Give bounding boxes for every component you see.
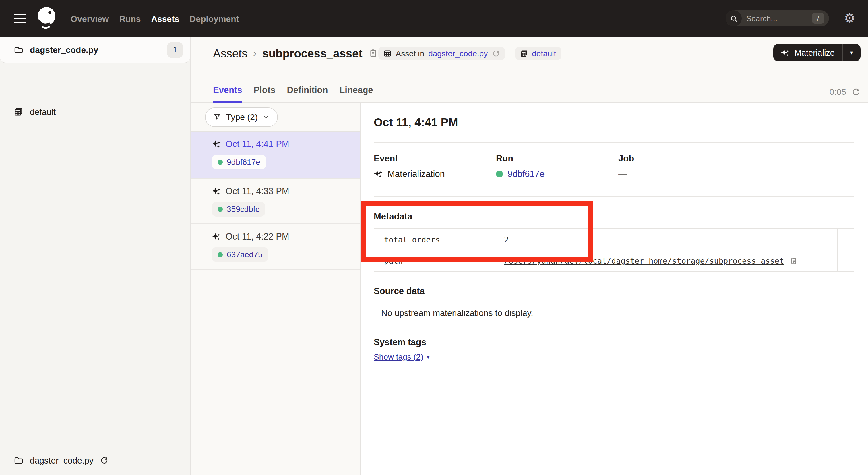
asset-count-badge: 1 bbox=[167, 42, 183, 58]
asset-definition-tag[interactable]: Asset in dagster_code.py bbox=[379, 47, 505, 60]
run-column: Run 9dbf617e bbox=[496, 153, 618, 179]
reload-icon[interactable] bbox=[851, 87, 861, 96]
top-nav: Overview Runs Assets Deployment Search..… bbox=[0, 0, 868, 37]
event-label: Event bbox=[374, 153, 496, 164]
show-tags-label: Show tags (2) bbox=[374, 352, 423, 361]
auto-refresh-timer: 0:05 bbox=[830, 87, 861, 96]
tab-plots[interactable]: Plots bbox=[254, 78, 276, 102]
run-id-link: 359cdbfc bbox=[227, 205, 259, 214]
tab-events[interactable]: Events bbox=[213, 78, 242, 102]
type-filter-label: Type (2) bbox=[226, 112, 258, 122]
copy-icon[interactable] bbox=[368, 48, 379, 59]
source-data-empty-text: No upstream materializations to display. bbox=[381, 307, 533, 317]
nav-item-runs[interactable]: Runs bbox=[119, 13, 141, 23]
system-tags-heading: System tags bbox=[374, 337, 426, 348]
filter-funnel-icon bbox=[213, 113, 222, 121]
materialize-label: Materialize bbox=[795, 48, 835, 57]
breadcrumb-separator: › bbox=[253, 48, 256, 59]
event-list-item[interactable]: Oct 11, 4:22 PM 637aed75 bbox=[191, 224, 360, 270]
asset-page-header: Assets › subprocess_asset Asset in dagst… bbox=[191, 37, 868, 103]
folder-icon bbox=[14, 455, 24, 465]
timer-value: 0:05 bbox=[830, 87, 846, 96]
primary-nav: Overview Runs Assets Deployment bbox=[71, 13, 239, 23]
breadcrumb: Assets › subprocess_asset Asset in dagst… bbox=[213, 37, 861, 70]
nav-item-assets[interactable]: Assets bbox=[151, 13, 179, 23]
run-id-link[interactable]: 9dbf617e bbox=[507, 169, 545, 179]
page-title: subprocess_asset bbox=[262, 47, 362, 60]
event-list-item[interactable]: Oct 11, 4:33 PM 359cdbfc bbox=[191, 179, 360, 224]
asset-sidebar: dagster_code.py 1 default dagster_code.p… bbox=[0, 37, 191, 475]
show-tags-toggle[interactable]: Show tags (2) ▾ bbox=[374, 352, 430, 361]
search-shortcut-badge: / bbox=[812, 13, 825, 24]
folder-icon bbox=[14, 45, 24, 55]
run-status-dot bbox=[218, 159, 223, 165]
event-detail-panel: Oct 11, 4:41 PM Event Materialization Ru… bbox=[361, 103, 868, 475]
sidebar-footer-code-location[interactable]: dagster_code.py bbox=[0, 445, 190, 475]
run-label: Run bbox=[496, 153, 618, 164]
event-filter-row: Type (2) bbox=[191, 103, 360, 131]
event-column: Event Materialization bbox=[374, 153, 496, 179]
materialization-sparkle-icon bbox=[781, 48, 790, 57]
dagster-logo[interactable] bbox=[34, 5, 59, 32]
nav-item-deployment[interactable]: Deployment bbox=[190, 13, 239, 23]
nav-item-overview[interactable]: Overview bbox=[71, 13, 109, 23]
tab-definition[interactable]: Definition bbox=[287, 78, 328, 102]
run-id-tag[interactable]: 637aed75 bbox=[212, 247, 268, 262]
event-list-item[interactable]: Oct 11, 4:41 PM 9dbf617e bbox=[191, 131, 360, 179]
table-icon bbox=[384, 50, 392, 57]
job-column: Job — bbox=[618, 153, 854, 179]
materialize-split-button: Materialize ▾ bbox=[773, 43, 861, 61]
source-data-heading: Source data bbox=[374, 286, 425, 296]
event-type-value: Materialization bbox=[388, 169, 445, 179]
dagster-app: Overview Runs Assets Deployment Search..… bbox=[0, 0, 868, 475]
metadata-extra-cell bbox=[838, 250, 854, 271]
job-label: Job bbox=[618, 153, 854, 164]
metadata-heading: Metadata bbox=[374, 211, 412, 222]
asset-group-tag[interactable]: default bbox=[515, 47, 561, 60]
asset-tag-prefix: Asset in bbox=[396, 49, 425, 58]
materialization-sparkle-icon bbox=[212, 140, 221, 149]
chevron-down-icon bbox=[262, 113, 270, 121]
metadata-key: total_orders bbox=[374, 229, 494, 250]
search-placeholder: Search... bbox=[746, 14, 777, 23]
materialize-dropdown-button[interactable]: ▾ bbox=[843, 43, 861, 61]
event-summary-columns: Event Materialization Run 9dbf617e Job — bbox=[374, 153, 854, 179]
search-input[interactable]: Search... / bbox=[725, 10, 829, 26]
footer-code-location-label: dagster_code.py bbox=[30, 455, 94, 465]
run-id-link: 9dbf617e bbox=[227, 157, 260, 167]
sidebar-code-location[interactable]: dagster_code.py 1 bbox=[0, 37, 190, 63]
metadata-value: 2 bbox=[494, 229, 838, 250]
type-filter-dropdown[interactable]: Type (2) bbox=[205, 107, 278, 127]
run-id-tag[interactable]: 359cdbfc bbox=[212, 202, 265, 216]
metadata-path-link[interactable]: /Users/yuhan/dev/local/dagster_home/stor… bbox=[504, 256, 784, 265]
tab-lineage[interactable]: Lineage bbox=[339, 78, 373, 102]
event-time: Oct 11, 4:41 PM bbox=[226, 139, 289, 149]
materialization-sparkle-icon bbox=[374, 170, 383, 179]
asset-group-label: default bbox=[30, 107, 56, 116]
run-status-dot bbox=[218, 206, 223, 212]
sidebar-item-default-group[interactable]: default bbox=[0, 101, 190, 122]
event-time: Oct 11, 4:33 PM bbox=[226, 186, 289, 197]
gear-icon[interactable]: ⚙ bbox=[844, 12, 856, 25]
materialize-button[interactable]: Materialize bbox=[773, 43, 842, 61]
code-location-label: dagster_code.py bbox=[30, 45, 98, 55]
event-detail-title: Oct 11, 4:41 PM bbox=[374, 116, 458, 129]
caret-down-icon: ▾ bbox=[427, 354, 430, 360]
group-link[interactable]: default bbox=[532, 49, 556, 58]
metadata-key: path bbox=[374, 250, 494, 271]
copy-icon[interactable] bbox=[789, 257, 798, 265]
run-status-dot bbox=[218, 252, 223, 257]
code-location-link[interactable]: dagster_code.py bbox=[428, 49, 488, 58]
run-id-tag[interactable]: 9dbf617e bbox=[212, 154, 266, 170]
breadcrumb-assets-link[interactable]: Assets bbox=[213, 47, 247, 60]
reload-icon[interactable] bbox=[492, 50, 500, 57]
run-status-dot bbox=[496, 171, 503, 177]
reload-icon[interactable] bbox=[100, 456, 108, 464]
asset-group-icon bbox=[14, 107, 24, 116]
table-row: total_orders 2 bbox=[374, 229, 854, 250]
asset-tabs: Events Plots Definition Lineage bbox=[213, 78, 373, 102]
table-row: path /Users/yuhan/dev/local/dagster_home… bbox=[374, 250, 854, 271]
hamburger-menu-icon[interactable] bbox=[14, 13, 26, 23]
materialization-sparkle-icon bbox=[212, 187, 221, 196]
source-data-empty-box: No upstream materializations to display. bbox=[374, 303, 854, 322]
